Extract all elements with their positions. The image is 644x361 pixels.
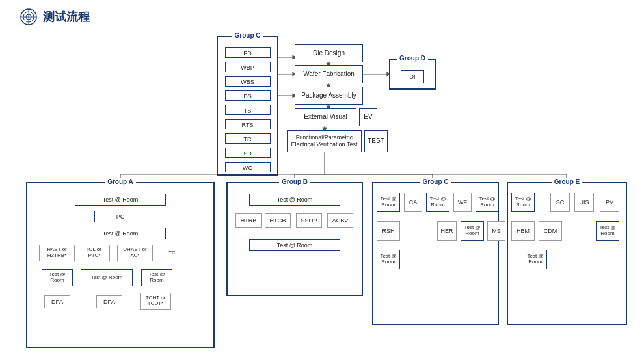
wafer-fab-box: Wafer Fabrication <box>295 65 363 83</box>
gc-bot-rsh: RSH <box>377 221 400 241</box>
group-a: Group A Test @ Room PC Test @ Room HAST … <box>26 182 215 348</box>
pkg-assembly-box: Package Assembly <box>295 87 363 105</box>
ge-uis: UIS <box>574 193 594 212</box>
gc-bot-her: HER <box>437 221 457 241</box>
ge-pv: PV <box>600 193 619 212</box>
ga-dpa-2: DPA <box>96 295 122 308</box>
ev-box: EV <box>359 108 377 126</box>
gc-bot-test-room-3: Test @Room <box>476 193 499 212</box>
gc-sd: SD <box>225 148 271 158</box>
ext-visual-box: External Visual <box>295 108 356 126</box>
gc-bot-test-room-2: Test @Room <box>426 193 449 212</box>
gc-bot-wf: WF <box>453 193 472 212</box>
gb-htrb: HTRB <box>235 213 262 228</box>
gc-bot-ms: MS <box>487 221 505 241</box>
gc-rts: RTS <box>225 119 271 129</box>
gc-tr: TR <box>225 133 271 144</box>
gc-bot-test-room-4: Test @Room <box>461 221 484 241</box>
group-d: Group D DI <box>389 59 436 90</box>
group-e-label: Group E <box>552 178 582 185</box>
gc-wbp: WBP <box>225 62 271 72</box>
ga-test-room-4: Test @ Room <box>81 269 133 286</box>
gc-ts: TS <box>225 105 271 115</box>
gc-bot-test-room-1: Test @Room <box>377 193 400 212</box>
gc-wbs: WBS <box>225 76 271 87</box>
group-b-label: Group B <box>279 178 310 185</box>
group-a-label: Group A <box>105 178 136 185</box>
ge-hbm: HBM <box>511 221 535 241</box>
gb-ssop: SSOP <box>296 213 322 228</box>
ga-test-room-2: Test @ Room <box>75 228 166 239</box>
group-d-label: Group D <box>397 55 428 62</box>
ge-test-room-1: Test @Room <box>511 193 535 212</box>
group-c-bot-label: Group C <box>420 178 451 185</box>
group-c-top: Group C PD WBP WBS DS TS RTS TR SD WG <box>217 36 278 176</box>
ga-tc: TC <box>161 245 183 261</box>
page-title: 测试流程 <box>20 8 90 26</box>
gc-pd: PD <box>225 47 271 58</box>
gb-test-room-2: Test @ Room <box>249 239 340 251</box>
ge-cdm: CDM <box>539 221 562 241</box>
gc-ds: DS <box>225 90 271 101</box>
gb-acbv: ACBV <box>327 213 353 228</box>
ga-hast: HAST orH3TRB* <box>39 245 75 261</box>
gb-htgb: HTGB <box>265 213 291 228</box>
title-icon <box>20 8 38 26</box>
title-text: 测试流程 <box>43 9 90 25</box>
ge-sc: SC <box>550 193 570 212</box>
ga-tcht: TCHT orTCDT* <box>140 293 171 310</box>
ge-test-room-2: Test @Room <box>524 250 547 269</box>
di-box: DI <box>401 70 424 83</box>
group-b: Group B Test @ Room HTRB HTGB SSOP ACBV … <box>226 182 363 296</box>
ga-pc: PC <box>94 211 146 222</box>
group-c-top-label: Group C <box>232 32 263 39</box>
gc-bot-test-room-5: Test @Room <box>377 250 400 269</box>
group-e: Group E Test @Room SC UIS PV HBM CDM Tes… <box>507 182 627 325</box>
func-test-box: Functional/ParametricElectrical Verifica… <box>287 130 362 152</box>
group-c-bottom: Group C Test @Room CA Test @Room WF Test… <box>372 182 499 325</box>
ga-uhast: UHAST orAC* <box>117 245 153 261</box>
ga-dpa-1: DPA <box>44 295 70 308</box>
gc-bot-ca: CA <box>404 193 422 212</box>
ga-test-room-1: Test @ Room <box>75 194 166 206</box>
gb-test-room-1: Test @ Room <box>249 194 340 206</box>
ga-test-room-3: Test @Room <box>42 269 73 286</box>
ge-test-room-3: Test @Room <box>596 221 619 241</box>
test-box: TEST <box>364 130 388 152</box>
ga-iol: IOL orPTC* <box>79 245 110 261</box>
die-design-box: Die Design <box>295 44 363 62</box>
ga-test-room-5: Test @Room <box>141 269 172 286</box>
gc-wg: WG <box>225 162 271 172</box>
